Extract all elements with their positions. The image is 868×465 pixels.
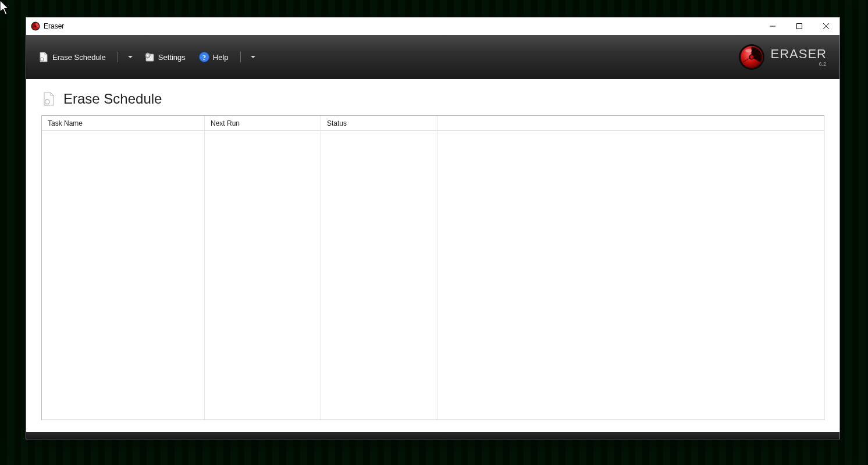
brand-version: 6.2 [819,62,826,67]
column-header-blank[interactable] [437,116,824,130]
brand: ERASER 6.2 [738,44,830,70]
page-title: Erase Schedule [63,91,162,107]
settings-button[interactable]: Settings [141,48,188,66]
erase-schedule-dropdown[interactable] [127,52,133,62]
brand-logo-icon [738,44,765,70]
help-dropdown[interactable] [250,52,256,62]
column-header-status[interactable]: Status [321,116,437,130]
minimize-button[interactable] [759,17,786,35]
document-icon [41,91,56,107]
settings-label: Settings [158,53,186,62]
page-title-bar: Erase Schedule [41,91,824,107]
grid-header: Task Name Next Run Status [42,116,824,131]
toolbar: Erase Schedule Settings ? Help [26,35,839,79]
document-icon [38,51,49,63]
task-grid[interactable]: Task Name Next Run Status [41,115,824,420]
separator [240,52,241,62]
separator [118,52,118,62]
column-header-next-run[interactable]: Next Run [205,116,321,130]
svg-point-13 [750,55,753,59]
svg-point-7 [147,55,148,56]
close-button[interactable] [813,17,839,35]
maximize-button[interactable] [786,17,813,35]
app-icon [31,22,40,31]
content-area: Erase Schedule Task Name Next Run Status [26,79,839,432]
svg-point-14 [745,49,752,52]
help-icon: ? [198,51,210,63]
svg-point-2 [34,25,36,27]
svg-rect-3 [797,24,802,29]
window-title: Eraser [44,22,64,30]
erase-schedule-label: Erase Schedule [52,53,106,62]
help-button[interactable]: ? Help [196,48,231,66]
window-footer [26,432,839,439]
erase-schedule-button[interactable]: Erase Schedule [35,48,108,66]
gear-icon [144,51,155,63]
svg-text:?: ? [202,54,206,62]
column-header-task-name[interactable]: Task Name [42,116,205,130]
brand-name: ERASER [771,48,827,61]
help-label: Help [213,53,229,62]
app-window: Eraser Erase Schedule [26,17,840,439]
titlebar[interactable]: Eraser [26,17,839,35]
grid-body[interactable] [42,131,824,420]
